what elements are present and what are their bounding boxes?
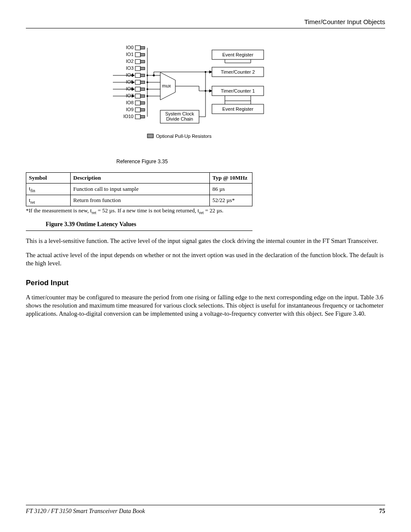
svg-rect-20 [135, 115, 140, 119]
table-row: tret Return from function 52/22 µs* [26, 195, 252, 206]
footer-book-title: FT 3120 / FT 3150 Smart Transceiver Data… [26, 508, 145, 515]
svg-rect-17 [140, 102, 145, 104]
footnote-text: = 52 µs. If a new time is not being retu… [97, 207, 199, 214]
svg-rect-14 [135, 94, 140, 98]
block-label: Timer/Counter 2 [221, 69, 255, 75]
svg-rect-18 [135, 108, 140, 112]
figure-caption: Figure 3.39 Ontime Latency Values [46, 221, 385, 228]
io-label: IO1 [126, 52, 134, 57]
footnote-text: *If the measurement is new, t [26, 207, 92, 214]
svg-rect-13 [140, 88, 145, 90]
svg-point-56 [153, 75, 155, 76]
block-label: Event Register [222, 106, 253, 112]
diagram-caption: Reference Figure 3.35 [116, 159, 385, 165]
legend-label: Optional Pull-Up Resistors [156, 134, 212, 139]
svg-point-38 [146, 95, 148, 97]
cell-typ: 86 µs [210, 184, 252, 195]
io-label: IO2 [126, 59, 134, 64]
clock-label-line1: System Clock [165, 111, 194, 116]
svg-rect-15 [140, 95, 145, 97]
svg-marker-54 [209, 90, 212, 92]
io-label: IO10 [123, 114, 134, 119]
caption-rule [26, 230, 252, 231]
page-footer: FT 3120 / FT 3150 Smart Transceiver Data… [26, 505, 385, 515]
block-diagram: IO0 IO1 IO2 IO3 IO4 IO5 IO6 [26, 41, 385, 151]
body-paragraph: A timer/counter may be configured to mea… [26, 293, 385, 318]
sym-sub: fin [31, 188, 35, 193]
svg-rect-4 [135, 59, 140, 64]
th-typ: Typ @ 10MHz [210, 173, 252, 184]
svg-rect-7 [140, 67, 145, 70]
svg-rect-21 [140, 115, 145, 118]
svg-point-61 [205, 90, 206, 92]
svg-point-34 [146, 81, 148, 83]
cell-desc: Function call to input sample [71, 184, 210, 195]
svg-rect-10 [135, 80, 140, 84]
svg-rect-19 [140, 109, 145, 111]
svg-point-32 [146, 75, 148, 76]
svg-rect-5 [140, 60, 145, 63]
block-label: Timer/Counter 1 [221, 88, 255, 93]
svg-point-36 [146, 88, 148, 90]
page-header-title: Timer/Counter Input Objects [26, 18, 385, 25]
svg-rect-11 [140, 81, 145, 84]
th-desc: Description [71, 173, 210, 184]
cell-typ: 52/22 µs* [210, 195, 252, 206]
section-heading: Period Input [26, 279, 385, 287]
svg-rect-9 [140, 74, 145, 77]
body-paragraph: The actual active level of the input dep… [26, 251, 385, 268]
legend-swatch [147, 134, 153, 138]
table-footnote: *If the measurement is new, tret = 52 µs… [26, 207, 385, 215]
io-label: IO8 [126, 100, 134, 105]
block-label: Event Register [222, 52, 253, 57]
svg-rect-6 [135, 66, 140, 71]
mux-label: mux [162, 83, 171, 88]
svg-rect-1 [140, 47, 145, 49]
clock-label-line2: Divide Chain [166, 116, 193, 121]
svg-rect-2 [135, 53, 140, 57]
cell-desc: Return from function [71, 195, 210, 206]
table-row: tfin Function call to input sample 86 µs [26, 184, 252, 195]
header-rule [26, 28, 385, 28]
timing-table: Symbol Description Typ @ 10MHz tfin Func… [26, 172, 252, 206]
footnote-sub: ret [199, 210, 204, 215]
body-paragraph: This is a level-sensitive function. The … [26, 237, 385, 245]
io-label: IO9 [126, 107, 134, 112]
footnote-sub: ret [92, 210, 97, 215]
io-label: IO3 [126, 65, 134, 71]
svg-rect-16 [135, 101, 140, 105]
svg-rect-3 [140, 53, 145, 56]
th-symbol: Symbol [26, 173, 71, 184]
svg-rect-0 [135, 46, 140, 50]
right-blocks: Event Register Timer/Counter 2 Timer/Cou… [212, 50, 264, 114]
footnote-text: = 22 µs. [204, 207, 224, 214]
footer-rule [26, 505, 385, 505]
io-label: IO0 [126, 45, 134, 50]
svg-rect-8 [135, 73, 140, 78]
svg-marker-58 [209, 71, 212, 73]
footer-page-number: 75 [379, 508, 385, 515]
svg-rect-12 [135, 87, 140, 91]
svg-point-62 [205, 71, 206, 73]
sym-sub: ret [31, 199, 35, 204]
